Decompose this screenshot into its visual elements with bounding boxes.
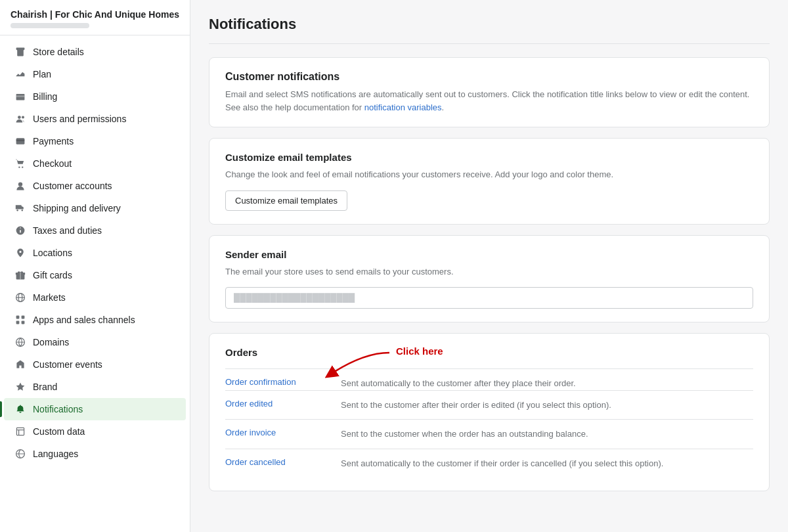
sidebar-item-custom-data[interactable]: Custom data — [4, 420, 186, 443]
page-title: Notifications — [209, 16, 770, 33]
customer-notifications-title: Customer notifications — [225, 71, 753, 83]
order-row-order-cancelled: Order cancelledSent automatically to the… — [225, 449, 753, 478]
store-name: Chairish | For Chic And Unique Homes — [11, 9, 179, 20]
sidebar-item-locations[interactable]: Locations — [4, 242, 186, 264]
sender-email-input[interactable] — [225, 287, 753, 309]
store-details-icon — [14, 46, 26, 58]
locations-icon — [14, 247, 26, 259]
sender-email-card: Sender email The email your store uses t… — [209, 235, 770, 323]
sidebar-item-label: Gift cards — [33, 270, 72, 280]
svg-rect-5 — [16, 140, 25, 141]
sidebar-header: Chairish | For Chic And Unique Homes — [0, 0, 190, 35]
sender-email-title: Sender email — [225, 249, 753, 260]
sidebar-item-checkout[interactable]: Checkout — [4, 152, 186, 175]
svg-rect-18 — [22, 316, 25, 319]
shipping-delivery-icon — [14, 202, 26, 214]
title-divider — [209, 43, 770, 44]
gift-cards-icon — [14, 269, 26, 281]
svg-point-10 — [22, 210, 23, 211]
brand-icon — [14, 381, 26, 393]
svg-rect-0 — [16, 94, 25, 100]
payments-icon — [14, 135, 26, 147]
orders-section-title: Orders — [225, 347, 753, 358]
markets-icon — [14, 292, 26, 303]
svg-point-3 — [22, 116, 24, 119]
users-permissions-icon — [14, 113, 26, 125]
order-desc-order-invoice: Sent to the customer when the order has … — [341, 428, 588, 441]
sidebar-item-label: Languages — [33, 449, 78, 459]
sidebar-item-customer-events[interactable]: Customer events — [4, 353, 186, 376]
order-link-order-cancelled[interactable]: Order cancelled — [225, 457, 330, 467]
sidebar-item-gift-cards[interactable]: Gift cards — [4, 264, 186, 286]
sidebar-item-label: Plan — [33, 69, 51, 79]
svg-rect-22 — [16, 428, 24, 435]
svg-point-9 — [16, 210, 18, 211]
main-content: Notifications Customer notifications Ema… — [190, 0, 788, 532]
sidebar-item-label: Locations — [33, 248, 72, 258]
order-row-order-edited: Order editedSent to the customer after t… — [225, 390, 753, 420]
customer-notifications-desc: Email and select SMS notifications are a… — [225, 88, 753, 114]
sidebar-item-billing[interactable]: Billing — [4, 85, 186, 108]
sidebar-item-label: Taxes and duties — [33, 225, 102, 236]
customize-templates-card: Customize email templates Change the loo… — [209, 138, 770, 225]
customer-notifications-section: Customer notifications Email and select … — [209, 57, 770, 127]
customize-email-templates-button[interactable]: Customize email templates — [225, 190, 347, 211]
orders-card: Orders Click hereOrder confirmationSent … — [209, 333, 770, 491]
order-desc-order-confirmation: Sent automatically to the customer after… — [341, 377, 576, 390]
notification-variables-link[interactable]: notification variables — [364, 102, 442, 112]
sidebar-item-shipping-delivery[interactable]: Shipping and delivery — [4, 197, 186, 219]
sidebar-item-label: Users and permissions — [33, 114, 126, 124]
sidebar-item-label: Domains — [33, 337, 69, 347]
sidebar-item-languages[interactable]: Languages — [4, 443, 186, 465]
sidebar-item-domains[interactable]: Domains — [4, 331, 186, 353]
sidebar-item-store-details[interactable]: Store details — [4, 41, 186, 63]
sidebar-nav: Store details Plan Billing Users and per… — [0, 35, 190, 470]
billing-icon — [14, 91, 26, 102]
sidebar-item-customer-accounts[interactable]: Customer accounts — [4, 175, 186, 197]
sidebar-item-label: Brand — [33, 382, 57, 392]
sidebar-item-notifications[interactable]: Notifications — [4, 398, 186, 420]
sidebar-item-label: Customer events — [33, 359, 102, 370]
sender-email-desc: The email your store uses to send emails… — [225, 265, 753, 278]
sidebar-item-apps-sales[interactable]: Apps and sales channels — [4, 309, 186, 331]
svg-point-7 — [22, 166, 23, 167]
svg-rect-20 — [22, 321, 25, 324]
apps-sales-icon — [14, 314, 26, 326]
order-desc-order-cancelled: Sent automatically to the customer if th… — [341, 457, 663, 470]
svg-point-2 — [18, 116, 21, 119]
order-row-order-invoice: Order invoiceSent to the customer when t… — [225, 419, 753, 449]
store-subtitle-bar — [11, 23, 89, 28]
order-link-order-edited[interactable]: Order edited — [225, 399, 330, 409]
order-link-order-invoice[interactable]: Order invoice — [225, 428, 330, 437]
sidebar-item-taxes-duties[interactable]: Taxes and duties — [4, 219, 186, 242]
click-here-annotation: Click here — [396, 345, 443, 357]
sidebar-item-label: Customer accounts — [33, 181, 112, 191]
sidebar-item-label: Notifications — [33, 404, 83, 414]
sidebar-item-label: Shipping and delivery — [33, 203, 121, 213]
orders-list: Click hereOrder confirmationSent automat… — [225, 368, 753, 477]
sidebar-item-brand[interactable]: Brand — [4, 376, 186, 398]
customer-events-icon — [14, 359, 26, 370]
svg-point-6 — [18, 166, 20, 167]
svg-rect-19 — [16, 321, 20, 324]
sidebar-item-label: Apps and sales channels — [33, 315, 135, 325]
sidebar-item-label: Markets — [33, 292, 66, 303]
svg-rect-17 — [16, 316, 20, 319]
svg-point-8 — [18, 182, 22, 186]
sidebar-item-markets[interactable]: Markets — [4, 286, 186, 309]
checkout-icon — [14, 158, 26, 169]
customize-templates-title: Customize email templates — [225, 152, 753, 163]
order-link-order-confirmation[interactable]: Order confirmation — [225, 377, 330, 387]
sidebar: Chairish | For Chic And Unique Homes Sto… — [0, 0, 190, 532]
sidebar-item-label: Checkout — [33, 158, 72, 169]
sidebar-item-payments[interactable]: Payments — [4, 130, 186, 152]
notifications-icon — [14, 403, 26, 415]
sidebar-item-plan[interactable]: Plan — [4, 63, 186, 85]
sidebar-item-label: Store details — [33, 47, 84, 57]
svg-rect-1 — [16, 95, 25, 97]
sidebar-item-users-permissions[interactable]: Users and permissions — [4, 108, 186, 130]
sidebar-item-label: Payments — [33, 136, 74, 146]
plan-icon — [14, 68, 26, 80]
languages-icon — [14, 448, 26, 460]
domains-icon — [14, 336, 26, 348]
